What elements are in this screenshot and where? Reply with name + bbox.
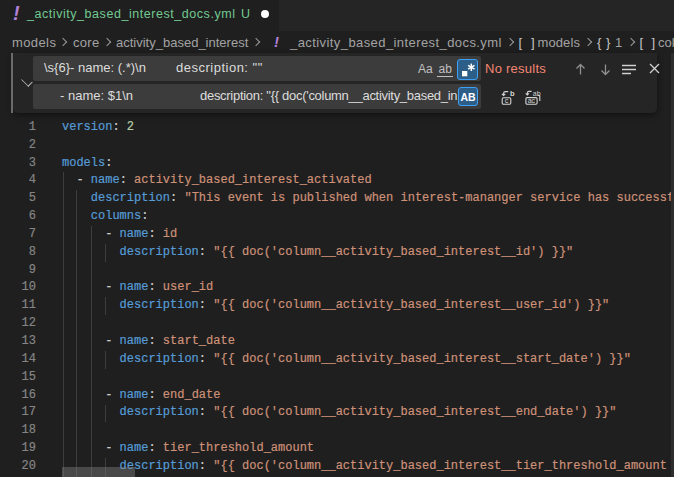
svg-text:b: b [510, 90, 515, 98]
svg-text:AB: AB [460, 91, 476, 103]
svg-text:ac: ac [527, 97, 535, 104]
svg-text:c: c [504, 96, 508, 105]
